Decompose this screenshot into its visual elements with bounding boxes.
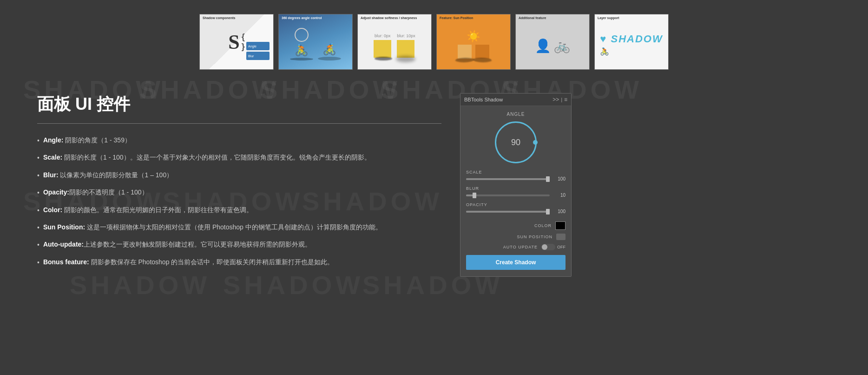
feature-key-opacity: Opacity: [43,188,69,196]
feature-key-bonus: Bonus feature: [43,258,89,266]
angle-dial[interactable]: 90 [495,121,537,163]
preview-card-6[interactable]: Layer support ♥ SHADOW 🚴 [594,14,669,70]
text-section: 面板 UI 控件 Angle: 阴影的角度（1 - 359） Scale: 阴影… [37,93,441,268]
create-shadow-button[interactable]: Create Shadow [466,255,566,270]
section-divider [37,123,441,124]
feature-key-color: Color: [43,206,62,214]
scale-track[interactable] [466,178,550,180]
opacity-value: 100 [552,209,566,214]
scale-slider-row: SCALE 100 [466,170,566,181]
preview-card-5[interactable]: Additional feature 👤 🚲 [515,14,590,70]
scale-track-row[interactable]: 100 [466,176,566,181]
sun-position-row: SUN POSITION [466,234,566,240]
feature-key-angle: Angle: [43,136,64,144]
auto-update-toggle[interactable] [541,244,555,250]
opacity-thumb[interactable] [546,209,550,214]
opacity-fill [466,211,550,213]
feature-item-sun: Sun Position: 这是一项根据物体与太阳的相对位置（使用 Photos… [37,222,441,233]
feature-item-autoupdate: Auto-update:上述参数之一更改时触发阴影创建过程。它可以更容易地获得所… [37,239,441,250]
angle-label: ANGLE [466,112,566,117]
panel-menu-icon[interactable]: ≡ [564,96,567,103]
feature-item-angle: Angle: 阴影的角度（1 - 359） [37,135,441,146]
panel-controls[interactable]: >> | ≡ [552,96,567,103]
scale-value: 100 [552,176,566,181]
section-heading: 面板 UI 控件 [37,93,441,116]
feature-desc-angle: 阴影的角度（1 - 359） [63,136,131,144]
blur-thumb[interactable] [473,193,476,198]
card-5-title: Additional feature [519,16,546,20]
feature-desc-scale: 阴影的长度（1 - 100）。这是一个基于对象大小的相对值，它随阴影角度而变化。… [62,154,370,161]
panel-widget: BBTools Shadow >> | ≡ ANGLE 90 [460,93,572,277]
scale-thumb[interactable] [546,176,550,182]
card-3-title: Adjust shadow softness / sharpness [361,16,417,20]
blur-track[interactable] [466,194,550,196]
panel-body: ANGLE 90 SCALE 100 [460,106,571,276]
scale-fill [466,178,550,180]
feature-key-blur: Blur: [43,171,59,179]
opacity-track[interactable] [466,211,550,213]
feature-desc-sun: 这是一项根据物体与太阳的相对位置（使用 Photoshop 中的钢笔工具创建的点… [85,223,382,231]
blur-slider-row: BLUR 10 [466,186,566,198]
panel-title: BBTools Shadow [464,97,503,102]
feature-item-scale: Scale: 阴影的长度（1 - 100）。这是一个基于对象大小的相对值，它随阴… [37,152,441,163]
opacity-track-row[interactable]: 100 [466,209,566,214]
scale-label: SCALE [466,170,566,174]
sun-position-checkbox[interactable] [556,234,566,240]
feature-key-sun: Sun Position: [43,223,85,231]
feature-item-opacity: Opacity:阴影的不透明度（1 - 100） [37,187,441,198]
color-label: COLOR [466,223,555,228]
feature-key-autoupdate: Auto-update: [43,241,84,248]
feature-desc-opacity: 阴影的不透明度（1 - 100） [69,188,148,196]
color-swatch[interactable] [555,221,566,230]
feature-item-color: Color: 阴影的颜色。通常在阳光明媚的日子外面，阴影往往带有蓝色调。 [37,205,441,215]
feature-desc-autoupdate: 上述参数之一更改时触发阴影创建过程。它可以更容易地获得所需的阴影外观。 [84,241,311,248]
color-row: COLOR [466,219,566,230]
feature-desc-color: 阴影的颜色。通常在阳光明媚的日子外面，阴影往往带有蓝色调。 [62,206,253,214]
card-1-title: Shadow components [203,16,235,20]
opacity-label: OPACITY [466,202,566,207]
preview-card-1[interactable]: Shadow components S { } Angle Blur [199,14,274,70]
angle-dial-container[interactable]: 90 [466,121,566,163]
preview-card-3[interactable]: Adjust shadow softness / sharpness blur:… [357,14,432,70]
image-strip: Shadow components S { } Angle Blur [0,0,868,79]
feature-item-blur: Blur: 以像素为单位的阴影分散量（1 – 100） [37,170,441,181]
feature-desc-blur: 以像素为单位的阴影分散量（1 – 100） [59,171,173,179]
feature-desc-bonus: 阴影参数保存在 Photoshop 的当前会话中，即使面板关闭并稍后重新打开也是… [89,258,334,266]
panel-expand-icon[interactable]: >> [552,96,559,103]
blur-label: BLUR [466,186,566,191]
card-2-title: 360 degrees angle control [282,16,322,20]
panel-header: BBTools Shadow >> | ≡ [460,94,571,106]
preview-card-2[interactable]: 360 degrees angle control 🚴 🚴 [278,14,353,70]
blur-track-row[interactable]: 10 [466,193,566,198]
sun-position-label: SUN POSITION [466,234,556,239]
angle-value: 90 [511,138,520,147]
card-4-title: Feature: Sun Position [440,16,473,20]
feature-item-bonus: Bonus feature: 阴影参数保存在 Photoshop 的当前会话中，… [37,257,441,268]
main-content: 面板 UI 控件 Angle: 阴影的角度（1 - 359） Scale: 阴影… [0,79,868,295]
toggle-knob [542,244,547,250]
auto-update-state: OFF [557,245,566,249]
blur-value: 10 [552,193,566,198]
feature-list: Angle: 阴影的角度（1 - 359） Scale: 阴影的长度（1 - 1… [37,135,441,268]
preview-card-4[interactable]: Feature: Sun Position ☀️ [436,14,511,70]
angle-dot [533,140,538,145]
opacity-slider-row: OPACITY 100 [466,202,566,214]
feature-key-scale: Scale: [43,154,62,161]
auto-update-row: AUTO UPDATE OFF [466,244,566,250]
auto-update-label: AUTO UPDATE [466,245,541,249]
card-6-title: Layer support [598,16,619,20]
